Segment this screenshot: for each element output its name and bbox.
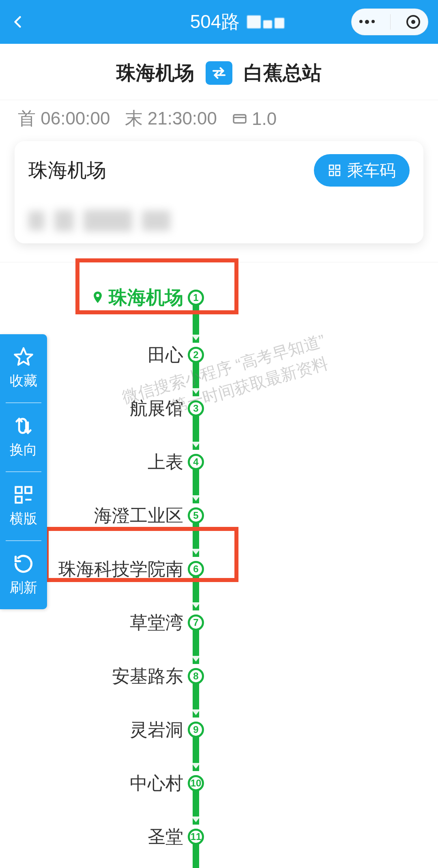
swap-direction-button[interactable] <box>206 61 232 85</box>
svg-rect-6 <box>329 172 333 176</box>
route-from: 珠海机场 <box>116 60 194 86</box>
stop-row[interactable]: 中心村10 <box>0 756 438 810</box>
highlight-box-1 <box>75 258 238 314</box>
stop-name: 上表 <box>148 450 183 474</box>
stop-name: 灵岩洞 <box>130 718 183 742</box>
stop-name: 田心 <box>148 343 183 367</box>
sidebar-favorite[interactable]: 收藏 <box>0 334 47 402</box>
stop-node: 8 <box>188 668 204 684</box>
line-segment <box>193 786 199 825</box>
stop-node: 5 <box>188 507 204 524</box>
stop-name: 圣堂 <box>148 825 183 849</box>
sidebar-refresh[interactable]: 刷新 <box>0 541 47 609</box>
stop-node: 2 <box>188 347 204 363</box>
close-miniapp-icon[interactable] <box>406 15 420 29</box>
stop-name: 草堂湾 <box>130 611 183 635</box>
line-segment <box>193 732 199 771</box>
stop-row[interactable]: 灵岩洞9 <box>0 703 438 756</box>
route-to: 白蕉总站 <box>244 60 322 86</box>
line-segment <box>193 679 199 718</box>
stop-node: 4 <box>188 454 204 470</box>
title-decor-icon <box>247 15 284 28</box>
ride-code-label: 乘车码 <box>347 159 396 182</box>
stop-row[interactable]: 草堂湾7 <box>0 596 438 649</box>
first-bus: 首 06:00:00 <box>18 107 110 131</box>
side-toolbar: 收藏 换向 横版 刷新 <box>0 334 47 609</box>
svg-rect-5 <box>336 165 340 169</box>
svg-rect-10 <box>25 487 31 493</box>
stop-name: 安基路东 <box>112 664 183 688</box>
line-segment <box>193 464 199 503</box>
fare: 1.0 <box>232 109 277 129</box>
sidebar-item-label: 换向 <box>10 440 37 459</box>
card-station: 珠海机场 <box>28 157 106 183</box>
sidebar-item-label: 横版 <box>10 509 37 528</box>
highlight-box-2 <box>45 527 238 582</box>
sidebar-reverse[interactable]: 换向 <box>0 403 47 471</box>
svg-rect-9 <box>16 487 22 493</box>
current-station-card: 珠海机场 乘车码 <box>15 141 423 243</box>
svg-rect-2 <box>234 115 246 123</box>
header: 504路 <box>0 0 438 44</box>
line-segment <box>193 625 199 664</box>
stop-node: 3 <box>188 400 204 417</box>
svg-marker-8 <box>15 348 32 365</box>
stop-node: 7 <box>188 614 204 631</box>
menu-icon[interactable] <box>359 20 375 24</box>
stop-node: 9 <box>188 722 204 738</box>
sidebar-item-label: 收藏 <box>10 372 37 390</box>
stop-row[interactable]: 茅田12 <box>0 864 438 868</box>
stops-list: 珠海机场1田心2航展馆3上表4海澄工业区5珠海科技学院南6草堂湾7安基路东8灵岩… <box>0 262 438 868</box>
stop-name: 中心村 <box>130 771 183 795</box>
sidebar-item-label: 刷新 <box>10 578 37 597</box>
stop-row[interactable]: 圣堂11 <box>0 810 438 864</box>
stop-row[interactable]: 航展馆3 <box>0 382 438 435</box>
miniapp-capsule[interactable] <box>351 9 428 35</box>
blurred-info <box>28 208 410 233</box>
ride-code-button[interactable]: 乘车码 <box>314 154 410 187</box>
schedule-line: 首 06:00:00 末 21:30:00 1.0 <box>0 100 438 141</box>
last-bus: 末 21:30:00 <box>125 107 217 131</box>
route-banner: 珠海机场 白蕉总站 <box>0 44 438 100</box>
line-segment <box>193 411 199 450</box>
stop-name: 航展馆 <box>130 397 183 421</box>
stop-row[interactable]: 安基路东8 <box>0 649 438 703</box>
stop-node: 10 <box>188 775 204 791</box>
svg-rect-4 <box>329 165 333 169</box>
stop-node: 11 <box>188 829 204 845</box>
back-button[interactable] <box>0 0 36 44</box>
card-area: 珠海机场 乘车码 <box>0 141 438 262</box>
stop-row[interactable]: 田心2 <box>0 328 438 382</box>
svg-rect-11 <box>16 496 22 503</box>
sidebar-horizontal[interactable]: 横版 <box>0 472 47 540</box>
stop-name: 海澄工业区 <box>94 504 183 528</box>
route-title: 504路 <box>190 9 240 34</box>
svg-rect-7 <box>336 172 340 176</box>
stop-row[interactable]: 上表4 <box>0 435 438 489</box>
line-segment <box>193 357 199 396</box>
